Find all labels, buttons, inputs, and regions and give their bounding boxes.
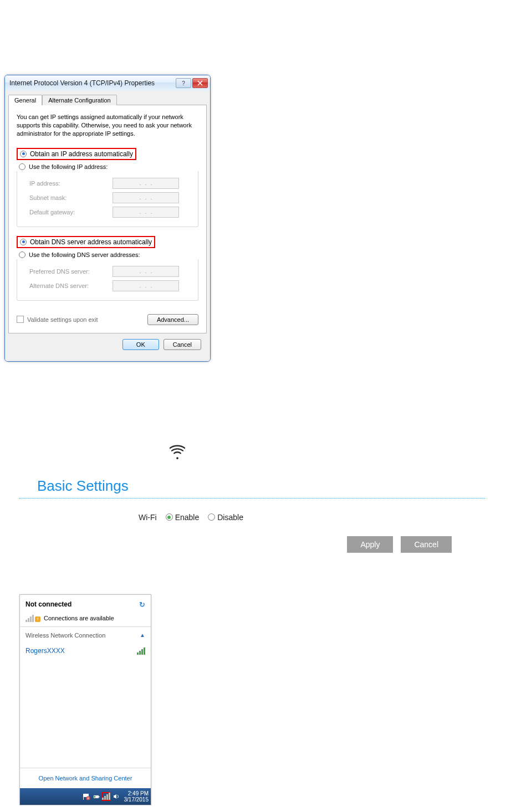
titlebar[interactable]: Internet Protocol Version 4 (TCP/IPv4) P…: [5, 75, 210, 91]
ip-address-input: . . .: [113, 178, 179, 189]
connections-available-text: Connections are available: [44, 615, 114, 621]
tab-strip: General Alternate Configuration: [8, 95, 207, 105]
tab-content: You can get IP settings assigned automat…: [8, 105, 207, 333]
dns-fields-group: Preferred DNS server: . . . Alternate DN…: [17, 259, 198, 301]
basic-settings-panel: Basic Settings Wi-Fi Enable Disable Appl…: [19, 445, 485, 553]
radio-enable[interactable]: [166, 513, 173, 521]
advanced-button[interactable]: Advanced...: [147, 314, 198, 325]
radio-ip-auto[interactable]: [20, 151, 27, 157]
tray-network-icon[interactable]: [102, 792, 111, 801]
help-button[interactable]: ?: [176, 78, 191, 88]
radio-ip-manual-label: Use the following IP address:: [29, 163, 108, 170]
radio-dns-manual-label: Use the following DNS server addresses:: [29, 251, 140, 258]
chevron-up-icon[interactable]: ▲: [140, 632, 145, 638]
basic-settings-title: Basic Settings: [37, 477, 485, 495]
subnet-mask-label: Subnet mask:: [29, 194, 113, 201]
tcpip-properties-dialog: Internet Protocol Version 4 (TCP/IPv4) P…: [4, 75, 211, 362]
tray-volume-icon[interactable]: [112, 792, 121, 801]
open-network-center-link[interactable]: Open Network and Sharing Center: [20, 768, 151, 788]
tray-power-icon[interactable]: [92, 792, 101, 801]
close-button[interactable]: [192, 78, 208, 88]
ok-button[interactable]: OK: [122, 339, 159, 350]
tab-alternate-config[interactable]: Alternate Configuration: [42, 95, 117, 105]
preferred-dns-label: Preferred DNS server:: [29, 268, 113, 275]
svg-rect-6: [94, 796, 95, 798]
wifi-icon: [164, 445, 191, 461]
ip-fields-group: IP address: . . . Subnet mask: . . . Def…: [17, 171, 198, 227]
radio-ip-manual[interactable]: [19, 163, 25, 170]
tray-date-text: 3/17/2015: [124, 796, 149, 803]
taskbar-systray: ✕ 2:49 PM 3/17/2015: [20, 788, 151, 805]
network-name: RogersXXXX: [25, 647, 65, 655]
validate-checkbox-label: Validate settings upon exit: [27, 316, 98, 323]
wireless-flyout: Not connected ↻ ! Connections are availa…: [19, 594, 151, 805]
subnet-mask-input: . . .: [113, 192, 179, 203]
preferred-dns-input: . . .: [113, 266, 179, 277]
svg-rect-1: [83, 794, 84, 800]
network-item[interactable]: RogersXXXX: [20, 644, 151, 658]
signal-strength-icon: [137, 647, 145, 655]
default-gateway-label: Default gateway:: [29, 209, 113, 215]
connection-status: Not connected: [25, 600, 71, 608]
radio-ip-auto-label: Obtain an IP address automatically: [30, 150, 133, 158]
tray-flag-icon[interactable]: ✕: [82, 792, 91, 801]
radio-disable-label: Disable: [217, 513, 243, 522]
radio-dns-manual[interactable]: [19, 251, 25, 258]
tab-general[interactable]: General: [8, 95, 42, 105]
alternate-dns-label: Alternate DNS server:: [29, 282, 113, 289]
validate-checkbox[interactable]: [17, 316, 24, 323]
svg-text:✕: ✕: [87, 796, 89, 800]
window-title: Internet Protocol Version 4 (TCP/IPv4) P…: [9, 79, 176, 87]
tray-clock[interactable]: 2:49 PM 3/17/2015: [124, 790, 149, 803]
wireless-section-title: Wireless Network Connection: [25, 632, 105, 639]
dns-auto-highlight: Obtain DNS server address automatically: [17, 236, 155, 248]
svg-rect-5: [99, 796, 100, 797]
cancel-button[interactable]: Cancel: [164, 339, 201, 350]
radio-enable-label: Enable: [175, 513, 200, 522]
refresh-icon[interactable]: ↻: [139, 600, 145, 609]
signal-icon: [25, 614, 34, 622]
apply-button[interactable]: Apply: [347, 536, 393, 553]
cancel-button-basic[interactable]: Cancel: [401, 536, 452, 553]
ip-address-label: IP address:: [29, 180, 113, 187]
ip-auto-highlight: Obtain an IP address automatically: [17, 148, 136, 160]
network-list-empty-area: [20, 658, 151, 768]
tray-time-text: 2:49 PM: [124, 790, 149, 796]
info-text: You can get IP settings assigned automat…: [17, 113, 198, 138]
wifi-label: Wi-Fi: [139, 513, 157, 522]
warning-badge-icon: !: [35, 616, 40, 622]
default-gateway-input: . . .: [113, 207, 179, 218]
radio-dns-auto[interactable]: [20, 239, 27, 245]
dotted-divider: [19, 498, 485, 498]
alternate-dns-input: . . .: [113, 280, 179, 291]
radio-dns-auto-label: Obtain DNS server address automatically: [30, 238, 152, 246]
close-icon: [197, 80, 203, 86]
radio-disable[interactable]: [208, 513, 215, 521]
